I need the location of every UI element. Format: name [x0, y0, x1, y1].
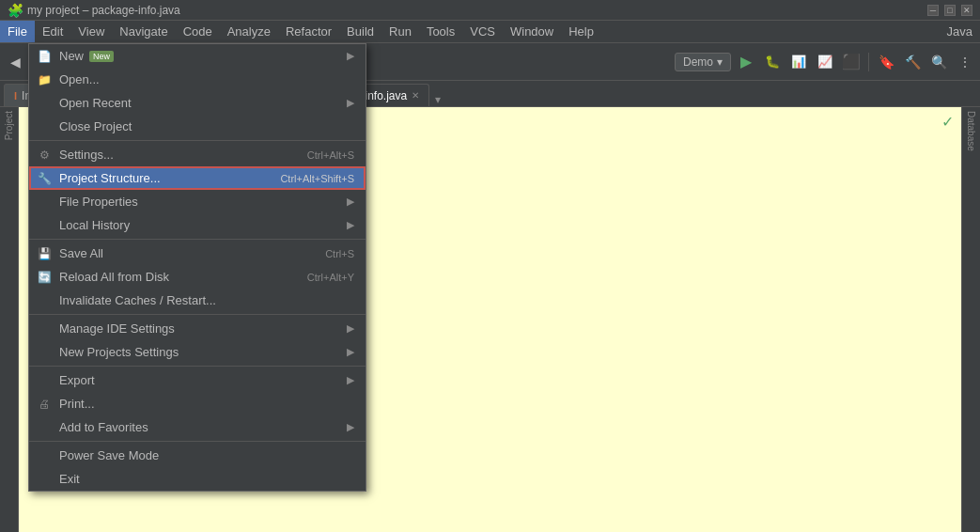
menu-analyze[interactable]: Analyze [220, 21, 278, 42]
menu-item-local-history-label: Local History [59, 218, 130, 232]
add-favorites-arrow-icon: ▶ [347, 421, 354, 433]
menu-tools[interactable]: Tools [419, 21, 462, 42]
menu-item-exit-label: Exit [59, 472, 80, 486]
menu-item-export-label: Export [59, 373, 95, 387]
menu-item-settings-label: Settings... [59, 148, 114, 162]
tab-more-button[interactable]: ▾ [435, 93, 441, 106]
menu-item-save-all-label: Save All [59, 246, 103, 260]
close-button[interactable]: ✕ [961, 5, 972, 16]
debug-button[interactable]: 🐛 [761, 51, 784, 73]
menu-item-reload[interactable]: 🔄 Reload All from Disk Ctrl+Alt+Y [29, 265, 366, 289]
new-projects-arrow-icon: ▶ [347, 346, 354, 358]
bookmarks-button[interactable]: 🔖 [875, 51, 897, 73]
menu-item-power-save[interactable]: Power Save Mode [29, 444, 366, 467]
open-recent-arrow-icon: ▶ [347, 97, 354, 109]
more-toolbar-button[interactable]: ⋮ [954, 51, 976, 73]
new-badge: New [89, 51, 114, 62]
menu-java[interactable]: Java [940, 21, 980, 42]
run-config-arrow: ▾ [717, 55, 723, 69]
menu-window[interactable]: Window [503, 21, 561, 42]
maximize-button[interactable]: □ [944, 5, 956, 16]
back-button[interactable]: ◀ [4, 51, 26, 73]
menu-navigate[interactable]: Navigate [112, 21, 175, 42]
menu-item-new[interactable]: 📄 New New ▶ [29, 44, 366, 68]
reload-shortcut: Ctrl+Alt+Y [307, 272, 354, 283]
menu-item-print[interactable]: 🖨 Print... [29, 392, 366, 415]
save-all-shortcut: Ctrl+S [325, 248, 354, 259]
menu-vcs[interactable]: VCS [462, 21, 503, 42]
settings-shortcut: Ctrl+Alt+S [307, 149, 354, 161]
build-button[interactable]: 🔨 [901, 51, 924, 73]
local-history-arrow-icon: ▶ [347, 219, 354, 231]
coverage-button[interactable]: 📊 [787, 51, 810, 73]
menu-item-exit[interactable]: Exit [29, 467, 366, 491]
separator-5 [29, 441, 366, 442]
project-structure-shortcut: Ctrl+Alt+Shift+S [280, 173, 354, 184]
side-panel-left: Project [0, 107, 19, 532]
database-panel-label[interactable]: Database [966, 111, 976, 151]
menu-code[interactable]: Code [176, 21, 220, 42]
stop-button[interactable]: ⬛ [840, 51, 863, 73]
menu-item-save-all[interactable]: 💾 Save All Ctrl+S [29, 242, 366, 265]
print-icon: 🖨 [37, 398, 52, 411]
menu-item-open[interactable]: 📁 Open... [29, 68, 366, 91]
open-icon: 📁 [37, 73, 52, 86]
menu-item-new-label: New [59, 49, 84, 63]
minimize-button[interactable]: ─ [927, 5, 939, 16]
menu-item-project-structure[interactable]: 🔧 Project Structure... Ctrl+Alt+Shift+S [29, 166, 366, 190]
tab-package-info-close[interactable]: ✕ [412, 90, 419, 101]
reload-icon: 🔄 [37, 271, 52, 284]
menu-item-add-favorites[interactable]: Add to Favorites ▶ [29, 415, 366, 439]
menu-item-reload-label: Reload All from Disk [59, 270, 169, 284]
menu-item-file-properties[interactable]: File Properties ▶ [29, 190, 366, 213]
run-button[interactable]: ▶ [735, 51, 757, 73]
menu-item-invalidate[interactable]: Invalidate Caches / Restart... [29, 289, 366, 312]
menu-item-settings[interactable]: ⚙ Settings... Ctrl+Alt+S [29, 143, 366, 166]
menu-item-open-label: Open... [59, 72, 100, 86]
menu-build[interactable]: Build [339, 21, 381, 42]
search-button[interactable]: 🔍 [927, 51, 950, 73]
menu-item-add-favorites-label: Add to Favorites [59, 420, 148, 434]
menu-item-close-project[interactable]: Close Project [29, 115, 366, 138]
project-panel-label[interactable]: Project [4, 111, 14, 140]
menu-item-print-label: Print... [59, 397, 95, 411]
menu-item-project-structure-label: Project Structure... [59, 171, 161, 185]
separator-2 [29, 239, 366, 240]
right-panel: Database [961, 107, 980, 532]
menu-item-close-project-label: Close Project [59, 119, 132, 133]
menu-item-manage-ide[interactable]: Manage IDE Settings ▶ [29, 317, 366, 340]
new-icon: 📄 [37, 50, 52, 63]
menu-item-local-history[interactable]: Local History ▶ [29, 213, 366, 237]
run-config-selector[interactable]: Demo ▾ [675, 53, 731, 71]
tab-inter-icon: I [14, 90, 17, 102]
new-arrow-icon: ▶ [347, 50, 354, 62]
separator-4 [29, 366, 366, 367]
file-dropdown-menu: 📄 New New ▶ 📁 Open... Open Recent ▶ Clos… [28, 43, 366, 492]
checkmark-icon: ✓ [941, 113, 954, 131]
menu-edit[interactable]: Edit [35, 21, 70, 42]
menu-run[interactable]: Run [381, 21, 419, 42]
export-arrow-icon: ▶ [347, 374, 354, 386]
menu-item-manage-ide-label: Manage IDE Settings [59, 321, 175, 336]
separator-1 [29, 140, 366, 141]
menu-refactor[interactable]: Refactor [278, 21, 339, 42]
profile-button[interactable]: 📈 [814, 51, 836, 73]
menu-item-open-recent[interactable]: Open Recent ▶ [29, 91, 366, 115]
menu-item-export[interactable]: Export ▶ [29, 368, 366, 392]
menu-item-new-projects-label: New Projects Settings [59, 345, 179, 359]
menu-item-invalidate-label: Invalidate Caches / Restart... [59, 293, 216, 307]
menu-item-file-properties-label: File Properties [59, 195, 138, 209]
manage-ide-arrow-icon: ▶ [347, 322, 354, 335]
separator-3 [29, 314, 366, 315]
menu-help[interactable]: Help [561, 21, 601, 42]
run-config-label: Demo [683, 55, 713, 69]
save-icon: 💾 [37, 247, 52, 260]
menu-item-new-projects[interactable]: New Projects Settings ▶ [29, 340, 366, 364]
app-icon: 🧩 [8, 3, 23, 18]
window-controls: ─ □ ✕ [927, 5, 972, 16]
window-title: my project – package-info.java [27, 4, 180, 17]
toolbar-separator-2 [868, 53, 869, 71]
menu-file[interactable]: File [0, 21, 35, 42]
project-structure-icon: 🔧 [37, 172, 52, 185]
menu-view[interactable]: View [70, 21, 112, 42]
